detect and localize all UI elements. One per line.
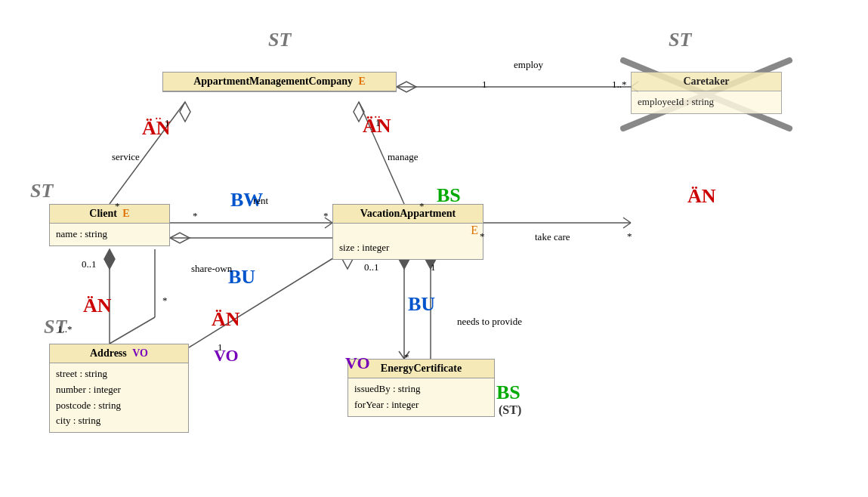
annotation-st-ec-paren: (ST): [499, 403, 521, 417]
class-name-amc: AppartmentManagementCompany: [193, 76, 353, 87]
label-employ: employ: [514, 59, 543, 71]
svg-marker-5: [180, 102, 190, 122]
dots-manage: ..: [374, 106, 381, 122]
svg-line-15: [623, 223, 631, 228]
mult-rent-star1: *: [193, 210, 198, 222]
mult-service-1: 1: [165, 117, 170, 129]
class-name-caretaker: Caretaker: [683, 76, 729, 87]
mult-ec-1: 1: [431, 261, 436, 273]
label-share-own: share-own: [191, 263, 232, 275]
attr-va-size: size : integer: [339, 240, 477, 256]
label-needs-to-provide: needs to provide: [457, 316, 522, 328]
dots-service: ..: [155, 107, 162, 123]
mult-takecare-star2: *: [627, 230, 632, 242]
attr-ec-foryear: forYear : integer: [354, 397, 488, 413]
class-header-amc: AppartmentManagementCompany E: [163, 73, 396, 91]
attr-address-city: city : string: [56, 413, 182, 429]
class-body-client: name : string: [50, 224, 169, 245]
attr-caretaker-employeeid: employeeId : string: [638, 94, 775, 110]
mult-addr-01: 0..1: [82, 258, 97, 270]
attr-address-postcode: postcode : string: [56, 398, 182, 414]
stereotype-amc: E: [358, 76, 365, 87]
class-name-ec: EnergyCertificate: [381, 363, 462, 374]
annotation-an-share: ÄN: [212, 308, 240, 331]
class-header-ec: EnergyCertificate: [348, 360, 494, 378]
mult-rent-star2: *: [323, 210, 329, 222]
svg-line-14: [623, 218, 631, 223]
svg-line-10: [325, 223, 332, 228]
label-service: service: [112, 151, 140, 163]
svg-line-24: [399, 351, 404, 359]
mult-addr-1: 1: [218, 341, 223, 353]
mult-addr-1star: 1..*: [57, 323, 73, 335]
stereotype-va: E: [471, 224, 478, 236]
mult-employ-1: 1: [482, 79, 487, 91]
attr-client-name: name : string: [56, 227, 163, 242]
class-header-address: Address VO: [50, 344, 188, 363]
class-vacation-appartment: VacationAppartment E size : integer: [332, 204, 483, 260]
attr-ec-issuedby: issuedBy : string: [354, 381, 488, 397]
class-client: Client E name : string: [49, 204, 170, 246]
label-manage: manage: [388, 151, 418, 163]
class-address: Address VO street : string number : inte…: [49, 344, 189, 433]
class-name-client: Client: [89, 208, 117, 219]
mult-manage-star: *: [419, 200, 425, 212]
annotation-bu-ec: BU: [408, 293, 435, 316]
mult-takecare-star: *: [480, 230, 485, 242]
attr-address-number: number : integer: [56, 382, 182, 398]
class-name-address: Address: [90, 347, 127, 359]
stereotype-address: VO: [132, 347, 148, 359]
class-body-caretaker: employeeId : string: [632, 91, 781, 113]
label-rent: rent: [253, 195, 268, 207]
class-header-caretaker: Caretaker: [632, 73, 781, 91]
svg-marker-1: [397, 82, 416, 92]
annotation-bu-share: BU: [228, 266, 255, 289]
mult-service-star: *: [115, 200, 120, 212]
class-header-va: VacationAppartment: [333, 205, 483, 224]
mult-ec-01: 0..1: [364, 261, 379, 273]
class-body-ec: issuedBy : string forYear : integer: [348, 378, 494, 416]
annotation-bs-ec: BS: [496, 381, 520, 404]
class-body-va: size : integer: [333, 237, 483, 259]
svg-marker-17: [104, 249, 115, 269]
svg-line-19: [110, 317, 155, 344]
annotation-an-caretaker: ÄN: [687, 185, 716, 208]
annotation-bs-va: BS: [437, 184, 461, 207]
annotation-st-amc: ST: [268, 29, 291, 51]
mult-employ-1star: 1..*: [612, 79, 627, 91]
class-header-client: Client E: [50, 205, 169, 224]
mult-ec-star: *: [404, 351, 409, 363]
annotation-st-caretaker: ST: [669, 29, 691, 51]
attr-address-street: street : string: [56, 366, 182, 382]
annotation-vo-ec: VO: [345, 353, 370, 373]
annotation-an-client-addr: ÄN: [83, 295, 112, 317]
label-take-care: take care: [535, 231, 570, 243]
svg-marker-12: [170, 233, 190, 243]
stereotype-client: E: [122, 208, 129, 219]
class-name-va: VacationAppartment: [360, 208, 456, 219]
annotation-st-client: ST: [30, 180, 53, 202]
uml-diagram: AppartmentManagementCompany E Client E n…: [0, 0, 868, 497]
class-caretaker: Caretaker employeeId : string: [631, 72, 782, 114]
class-appartment-management-company: AppartmentManagementCompany E: [162, 72, 397, 92]
class-body-address: street : string number : integer postcod…: [50, 363, 188, 432]
mult-share-star: *: [162, 295, 168, 307]
